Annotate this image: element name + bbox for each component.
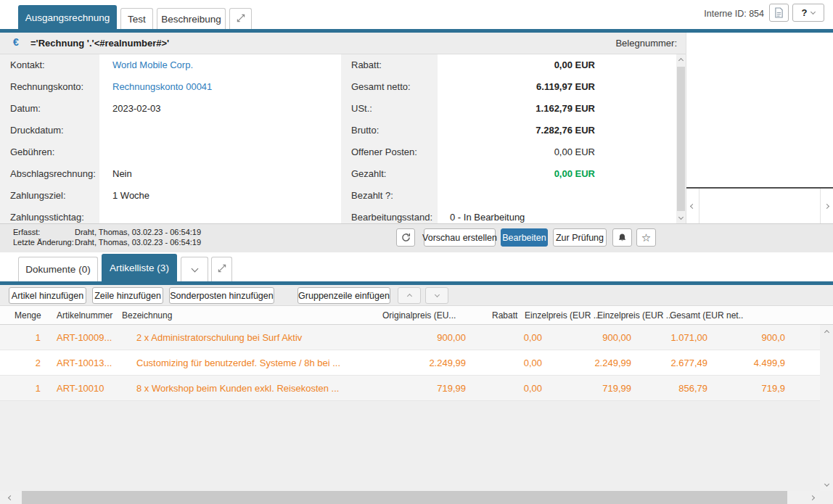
article-table: Menge Artikelnummer Bezeichnung Original…: [0, 306, 833, 491]
chevron-down-icon: [191, 265, 198, 272]
field-value[interactable]: 2023-02-03: [112, 98, 161, 120]
app-window: Ausgangsrechnung Test Beschreibung Inter…: [0, 0, 833, 504]
arrow-down-icon: [434, 292, 439, 297]
panel-scroll-right[interactable]: [820, 189, 833, 223]
tab-expand-top[interactable]: [229, 8, 252, 29]
col-originalpreis[interactable]: Originalpreis (EU...: [382, 306, 456, 325]
refresh-button[interactable]: [396, 228, 415, 247]
field-label: Gebühren:: [10, 141, 54, 163]
field-value[interactable]: 1 Woche: [112, 185, 149, 207]
tab-ausgangsrechnung[interactable]: Ausgangsrechnung: [18, 5, 117, 29]
scroll-up-icon[interactable]: [676, 56, 686, 65]
field-label: Brutto:: [351, 120, 379, 141]
field-gesamt-netto: Gesamt netto: 6.119,97 EUR: [341, 76, 676, 98]
add-artikel-button[interactable]: Artikel hinzufügen: [9, 287, 86, 304]
col-menge[interactable]: Menge: [15, 306, 41, 325]
tab-label: Artikelliste (3): [110, 263, 169, 273]
hscroll-left-icon: [690, 203, 695, 208]
form-scrollbar[interactable]: [676, 54, 686, 223]
col-artikelnummer[interactable]: Artikelnummer: [57, 306, 112, 325]
move-down-button[interactable]: [425, 287, 448, 304]
tab-artikelliste[interactable]: Artikelliste (3): [102, 254, 177, 281]
field-label: Datum:: [10, 98, 41, 120]
hscroll-left-button[interactable]: [0, 491, 20, 504]
rechnungskonto-link[interactable]: Rechnungskonto 00041: [112, 76, 212, 98]
field-label: Offener Posten:: [351, 141, 417, 163]
button-label: Gruppenzeile einfügen: [298, 291, 390, 301]
button-label: Bearbeiten: [502, 233, 546, 243]
table-row[interactable]: 1 ART-10009... 2 x Administratorschulung…: [0, 325, 833, 350]
tab-dropdown[interactable]: [181, 257, 208, 281]
cell-einzelpreis-2: 1.071,00: [620, 325, 707, 350]
cell-gesamt: 719,9: [698, 376, 785, 401]
formula-text: ='Rechnung '.'<#realnumber#>': [30, 38, 169, 49]
star-button[interactable]: ☆: [636, 228, 656, 247]
cell-einzelpreis-1: 900,00: [544, 325, 631, 350]
col-rabatt[interactable]: Rabatt: [492, 306, 517, 325]
hscrollbar[interactable]: [0, 491, 833, 504]
tab-expand-bottom[interactable]: [211, 257, 232, 281]
expand-icon: [237, 14, 245, 25]
field-ust: USt.: 1.162,79 EUR: [341, 98, 676, 120]
field-value[interactable]: Nein: [112, 163, 132, 185]
help-button[interactable]: ?: [792, 4, 824, 22]
add-zeile-button[interactable]: Zeile hinzufügen: [92, 287, 163, 304]
col-gesamt[interactable]: Gesamt (EUR net..: [670, 306, 743, 325]
field-value[interactable]: 1.162,79 EUR: [435, 98, 595, 120]
document-button[interactable]: [769, 4, 789, 22]
cell-menge: 1: [15, 376, 41, 401]
scroll-down-icon[interactable]: [676, 212, 686, 222]
table-row[interactable]: 2 ART-10013... Customizing für benutzerd…: [0, 350, 833, 376]
field-label: Abschlagsrechnung:: [10, 163, 96, 185]
bearbeitungsstand-select[interactable]: 0 - In Bearbeitung: [450, 207, 525, 223]
add-gruppenzeile-button[interactable]: Gruppenzeile einfügen: [298, 287, 390, 304]
hscroll-right-button[interactable]: [802, 491, 822, 504]
cell-originalpreis: 2.249,99: [379, 350, 466, 376]
field-label: Druckdatum:: [10, 120, 64, 141]
scrollbar-thumb[interactable]: [677, 67, 685, 211]
erfasst-value: Draht, Thomas, 03.02.23 - 06:54:19: [75, 228, 201, 236]
kontakt-link[interactable]: World Mobile Corp.: [112, 54, 193, 76]
col-einzelpreis-1[interactable]: Einzelpreis (EUR ...: [525, 306, 601, 325]
tab-test[interactable]: Test: [120, 8, 153, 29]
arrow-up-icon: [406, 294, 411, 299]
button-label: Sonderposten hinzufügen: [170, 291, 273, 301]
cell-menge: 2: [15, 350, 41, 376]
cell-originalpreis: 719,99: [379, 376, 466, 401]
add-sonderposten-button[interactable]: Sonderposten hinzufügen: [169, 287, 274, 304]
field-label: Rechnungskonto:: [10, 76, 83, 98]
panel-scroll-left[interactable]: [686, 189, 699, 223]
field-label: Gezahlt:: [351, 163, 386, 185]
field-kontakt: Kontakt: World Mobile Corp.: [0, 54, 341, 76]
col-bezeichnung[interactable]: Bezeichnung: [122, 306, 172, 325]
formula-bar[interactable]: € ='Rechnung '.'<#realnumber#>' Belegnum…: [0, 33, 686, 54]
move-up-button[interactable]: [398, 287, 421, 304]
scroll-down-icon[interactable]: [820, 479, 833, 489]
field-datum: Datum: 2023-02-03: [0, 98, 341, 120]
button-label: Zur Prüfung: [556, 233, 604, 243]
cell-einzelpreis-2: 856,79: [620, 376, 707, 401]
field-label: Bezahlt ?:: [351, 185, 393, 207]
pruefung-button[interactable]: Zur Prüfung: [553, 228, 607, 247]
field-value[interactable]: 0,00 EUR: [435, 54, 595, 76]
cell-artikelnummer: ART-10009...: [57, 325, 112, 350]
field-value[interactable]: 7.282,76 EUR: [435, 120, 595, 141]
col-einzelpreis-2[interactable]: Einzelpreis (EUR ...: [597, 306, 673, 325]
field-value[interactable]: 0,00 EUR: [435, 163, 595, 185]
table-header: Menge Artikelnummer Bezeichnung Original…: [0, 306, 833, 325]
field-value[interactable]: 6.119,97 EUR: [435, 76, 595, 98]
table-row[interactable]: 1 ART-10010 8 x Workshop beim Kunden exk…: [0, 376, 833, 401]
bell-button[interactable]: [612, 228, 632, 247]
field-value[interactable]: 0,00 EUR: [435, 141, 595, 163]
table-vscrollbar[interactable]: [820, 325, 833, 491]
hscroll-thumb[interactable]: [22, 491, 787, 504]
cell-bezeichnung: 8 x Workshop beim Kunden exkl. Reisekost…: [136, 376, 339, 401]
bearbeiten-button[interactable]: Bearbeiten: [501, 228, 548, 247]
caret-down-icon: [811, 9, 816, 15]
tab-dokumente[interactable]: Dokumente (0): [18, 257, 98, 281]
vorschau-button[interactable]: Vorschau erstellen: [424, 228, 496, 247]
cell-artikelnummer: ART-10013...: [57, 350, 112, 376]
field-abschlagsrechnung: Abschlagsrechnung: Nein: [0, 163, 341, 185]
scroll-up-icon[interactable]: [820, 327, 833, 337]
tab-beschreibung[interactable]: Beschreibung: [157, 8, 226, 29]
